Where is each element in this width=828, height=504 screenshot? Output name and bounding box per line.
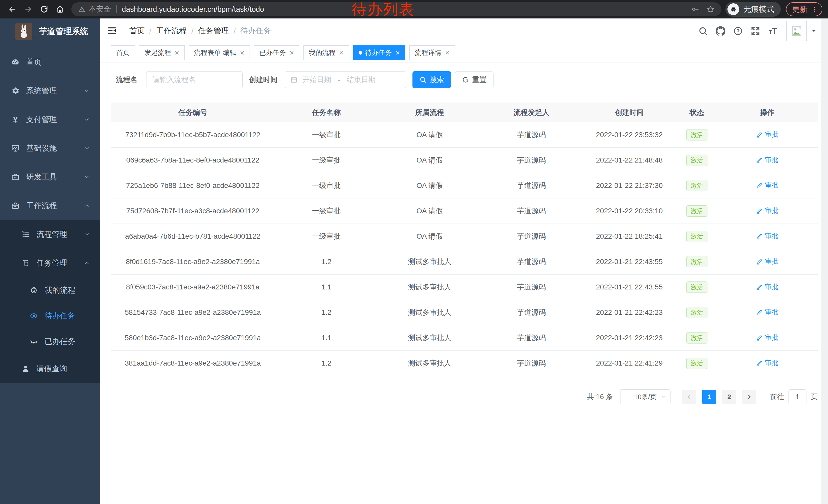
tab-process-form-edit[interactable]: 流程表单-编辑× bbox=[189, 45, 250, 60]
tab-close-icon[interactable]: × bbox=[445, 49, 450, 57]
action-cell: 审批 bbox=[717, 333, 818, 343]
pagination: 共 16 条 10条/页 12 前往 1 页 bbox=[111, 390, 818, 404]
tab-start-process[interactable]: 发起流程× bbox=[139, 45, 185, 60]
browser-reload-icon[interactable] bbox=[37, 3, 51, 16]
sidebar-fold-icon[interactable] bbox=[107, 26, 118, 37]
font-size-icon[interactable] bbox=[768, 26, 778, 36]
page-size-select[interactable]: 10条/页 bbox=[620, 390, 670, 404]
status-cell: 激活 bbox=[677, 256, 717, 268]
reset-button[interactable]: 重置 bbox=[455, 71, 494, 88]
status-cell: 激活 bbox=[677, 129, 717, 141]
approve-link-label: 审批 bbox=[765, 257, 778, 266]
help-icon[interactable] bbox=[733, 26, 743, 36]
page-scrollbar[interactable] bbox=[821, 18, 828, 504]
tab-close-icon[interactable]: × bbox=[175, 49, 179, 57]
page-button-1[interactable]: 1 bbox=[702, 390, 716, 404]
sidebar-item-label: 我的流程 bbox=[45, 285, 75, 295]
status-badge: 激活 bbox=[687, 281, 707, 293]
breadcrumb-item[interactable]: 工作流程 bbox=[156, 26, 187, 36]
action-cell: 审批 bbox=[717, 181, 818, 190]
process-cell: 测试多审批人 bbox=[378, 308, 481, 317]
search-icon[interactable] bbox=[698, 26, 708, 36]
browser-home-icon[interactable] bbox=[53, 3, 67, 16]
column-header: 所属流程 bbox=[378, 108, 481, 118]
avatar-caret-icon[interactable] bbox=[811, 28, 817, 34]
url-text[interactable]: dashboard.yudao.iocoder.cn/bpm/task/todo bbox=[122, 5, 264, 13]
approve-link[interactable]: 审批 bbox=[756, 155, 778, 164]
process-name-input[interactable]: 请输入流程名 bbox=[146, 71, 243, 88]
table-row: 75d72608-7b7f-11ec-a3c8-acde48001122一级审批… bbox=[111, 198, 818, 224]
tab-my-process[interactable]: 我的流程× bbox=[303, 45, 349, 60]
sidebar-item-task-management[interactable]: 任务管理 bbox=[0, 249, 100, 277]
tab-close-icon[interactable]: × bbox=[396, 49, 400, 57]
initiator-cell: 芋道源码 bbox=[481, 206, 581, 216]
sidebar-item-todo-tasks[interactable]: 待办任务 bbox=[0, 303, 100, 329]
security-label: 不安全 bbox=[89, 4, 111, 14]
search-form: 流程名 请输入流程名 创建时间 开始日期 - 结束日期 搜索 重置 bbox=[111, 71, 818, 88]
sidebar-item-payment-management[interactable]: ¥支付管理 bbox=[0, 105, 100, 134]
approve-link[interactable]: 审批 bbox=[756, 231, 778, 240]
tab-label: 流程表单-编辑 bbox=[194, 48, 237, 57]
edit-pencil-icon bbox=[756, 360, 763, 366]
create-time-range-picker[interactable]: 开始日期 - 结束日期 bbox=[285, 71, 406, 88]
sidebar-item-done-tasks[interactable]: 已办任务 bbox=[0, 329, 100, 354]
browser-address-bar[interactable]: 不安全 dashboard.yudao.iocoder.cn/bpm/task/… bbox=[71, 2, 721, 16]
fullscreen-icon[interactable] bbox=[750, 26, 760, 36]
sidebar-item-label: 请假查询 bbox=[36, 364, 67, 374]
chevron-up-icon bbox=[83, 202, 90, 209]
approve-link[interactable]: 审批 bbox=[756, 181, 778, 190]
reset-refresh-icon bbox=[462, 76, 469, 83]
approve-link[interactable]: 审批 bbox=[756, 282, 778, 291]
initiator-cell: 芋道源码 bbox=[481, 308, 581, 317]
sidebar-item-leave-query[interactable]: 请假查询 bbox=[0, 354, 100, 383]
browser-back-icon[interactable] bbox=[6, 3, 19, 16]
task-id-cell: 75d72608-7b7f-11ec-a3c8-acde48001122 bbox=[111, 207, 275, 215]
page-content: 流程名 请输入流程名 创建时间 开始日期 - 结束日期 搜索 重置 bbox=[100, 62, 828, 404]
yen-icon: ¥ bbox=[11, 115, 20, 124]
github-icon[interactable] bbox=[716, 26, 726, 36]
bookmark-star-icon[interactable] bbox=[706, 5, 715, 13]
sidebar-item-label: 任务管理 bbox=[36, 258, 67, 268]
tab-close-icon[interactable]: × bbox=[339, 49, 344, 57]
incognito-label: 无痕模式 bbox=[743, 4, 774, 15]
dashboard-icon bbox=[11, 57, 20, 67]
password-key-icon[interactable] bbox=[691, 5, 699, 13]
search-button[interactable]: 搜索 bbox=[412, 71, 451, 88]
user-avatar[interactable] bbox=[786, 21, 807, 41]
app-logo-row[interactable]: 芋道管理系统 bbox=[0, 18, 100, 45]
sidebar-item-home[interactable]: 首页 bbox=[0, 48, 100, 77]
approve-link[interactable]: 审批 bbox=[756, 206, 778, 215]
tab-label: 首页 bbox=[116, 48, 129, 57]
browser-menu-dots-icon[interactable] bbox=[811, 6, 818, 12]
tab-home[interactable]: 首页 bbox=[111, 45, 135, 60]
approve-link[interactable]: 审批 bbox=[756, 130, 778, 139]
tab-todo-tasks[interactable]: 待办任务× bbox=[353, 45, 406, 60]
sidebar-item-workflow[interactable]: 工作流程 bbox=[0, 191, 100, 220]
breadcrumb-item[interactable]: 任务管理 bbox=[198, 26, 229, 36]
approve-link[interactable]: 审批 bbox=[756, 257, 778, 266]
sidebar-item-my-process[interactable]: 我的流程 bbox=[0, 277, 100, 303]
approve-link[interactable]: 审批 bbox=[756, 333, 778, 342]
prev-page-button[interactable] bbox=[682, 390, 696, 404]
page-button-2[interactable]: 2 bbox=[722, 390, 736, 404]
sidebar-item-dev-tools[interactable]: 研发工具 bbox=[0, 163, 100, 191]
tab-process-detail[interactable]: 流程详情× bbox=[409, 45, 455, 60]
sidebar-item-infrastructure[interactable]: 基础设施 bbox=[0, 134, 100, 163]
tab-close-icon[interactable]: × bbox=[290, 49, 294, 57]
browser-forward-icon[interactable] bbox=[22, 3, 35, 16]
next-page-button[interactable] bbox=[742, 390, 756, 404]
app-title: 芋道管理系统 bbox=[39, 26, 88, 37]
tab-close-icon[interactable]: × bbox=[240, 49, 244, 57]
goto-page-input[interactable]: 1 bbox=[788, 390, 806, 404]
approve-link-label: 审批 bbox=[765, 130, 778, 139]
url-separator bbox=[116, 5, 117, 13]
approve-link[interactable]: 审批 bbox=[756, 308, 778, 317]
sidebar-item-system-management[interactable]: 系统管理 bbox=[0, 77, 100, 105]
approve-link[interactable]: 审批 bbox=[756, 358, 778, 367]
column-header: 操作 bbox=[717, 108, 818, 118]
edit-pencil-icon bbox=[756, 233, 763, 239]
sidebar-item-process-management[interactable]: 流程管理 bbox=[0, 220, 100, 249]
tab-done-tasks[interactable]: 已办任务× bbox=[254, 45, 300, 60]
browser-update-button[interactable]: 更新 bbox=[786, 2, 822, 16]
breadcrumb-item[interactable]: 首页 bbox=[129, 26, 145, 36]
